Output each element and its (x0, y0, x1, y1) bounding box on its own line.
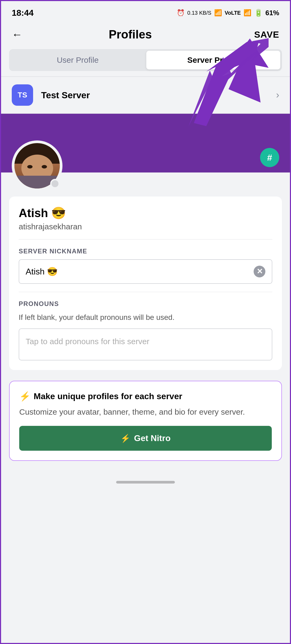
tab-user-profile[interactable]: User Profile (11, 51, 145, 69)
profile-username: atishrajasekharan (19, 222, 272, 231)
pronouns-input[interactable]: Tap to add pronouns for this server (19, 328, 272, 360)
bottom-area (1, 472, 290, 493)
profile-card: Atish 😎 atishrajasekharan SERVER NICKNAM… (9, 197, 282, 370)
profile-banner: # (1, 114, 290, 172)
status-icons: ⏰ 0.13 KB/S 📶 VoLTE 📶 🔋 61% (177, 9, 279, 17)
card-divider-1 (19, 239, 272, 239)
status-time: 18:44 (12, 8, 34, 18)
server-selector-row[interactable]: TS Test Server › (1, 77, 290, 113)
volte-icon: VoLTE (225, 10, 241, 16)
top-nav: ← Profiles SAVE (1, 22, 290, 46)
nitro-upsell-card: ⚡ Make unique profiles for each server C… (9, 381, 282, 461)
nitro-btn-label: Get Nitro (134, 433, 171, 443)
card-divider-2 (19, 292, 272, 292)
nitro-card-description: Customize your avatar, banner, theme, an… (19, 406, 272, 418)
server-avatar: TS (12, 84, 33, 106)
nitro-card-title: ⚡ Make unique profiles for each server (19, 391, 272, 402)
wifi-icon: 📶 (214, 9, 222, 17)
battery-icon: 🔋 (254, 9, 263, 17)
tab-switcher: User Profile Server Profile (9, 49, 282, 71)
server-name: Test Server (41, 90, 276, 100)
nitro-badge: # (260, 148, 279, 167)
page-title: Profiles (6, 28, 254, 41)
nickname-input[interactable] (26, 267, 254, 277)
tab-server-profile[interactable]: Server Profile (146, 51, 280, 69)
pronouns-placeholder: Tap to add pronouns for this server (26, 337, 265, 346)
pronouns-label: PRONOUNS (19, 300, 272, 308)
home-indicator (116, 481, 175, 484)
save-button[interactable]: SAVE (254, 29, 279, 40)
alarm-icon: ⏰ (177, 9, 185, 17)
signal-icon: 📶 (243, 9, 251, 17)
nickname-input-wrapper[interactable]: ✕ (19, 259, 272, 284)
nickname-label: SERVER NICKNAME (19, 248, 272, 255)
status-bar: 18:44 ⏰ 0.13 KB/S 📶 VoLTE 📶 🔋 61% (1, 1, 290, 22)
nickname-clear-button[interactable]: ✕ (254, 266, 265, 277)
clear-icon: ✕ (257, 268, 263, 275)
battery-percent: 61% (265, 9, 279, 17)
nitro-btn-icon: ⚡ (120, 434, 130, 443)
profile-display-name: Atish 😎 (19, 206, 272, 220)
nitro-card-title-text: Make unique profiles for each server (34, 391, 182, 401)
pronouns-hint: If left blank, your default pronouns wil… (19, 312, 272, 323)
get-nitro-button[interactable]: ⚡ Get Nitro (19, 426, 272, 451)
chevron-right-icon: › (276, 89, 279, 101)
avatar-status-indicator (50, 179, 60, 189)
nitro-card-icon: ⚡ (19, 391, 30, 402)
network-speed: 0.13 KB/S (187, 10, 211, 16)
avatar-wrapper (12, 140, 62, 191)
page-frame: 18:44 ⏰ 0.13 KB/S 📶 VoLTE 📶 🔋 61% ← Prof… (0, 0, 291, 644)
